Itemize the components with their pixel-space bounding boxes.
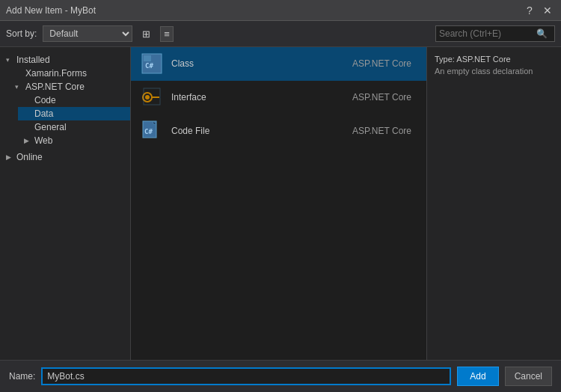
dialog-title: Add New Item - MyBot [6,5,96,16]
sidebar-item-aspnetcore[interactable]: ▾ ASP.NET Core [9,80,130,94]
filename-input[interactable] [41,367,451,385]
arrow-aspnetcore: ▾ [15,83,24,91]
sidebar-item-label: Installed [16,55,50,65]
class-icon-svg: C# [141,53,162,74]
arrow-online: ▶ [6,153,15,161]
content-area: ▾ Installed Xamarin.Forms ▾ ASP.NET Core… [0,47,561,360]
codefile-name: Code File [171,126,352,136]
sidebar-item-label: Online [16,152,43,162]
sidebar-item-data[interactable]: Data [18,107,130,120]
sidebar-item-web[interactable]: ▶ Web [18,134,130,147]
sidebar-item-label: Code [34,95,56,105]
sidebar-item-code[interactable]: Code [18,94,130,107]
view-list-button[interactable]: ≡ [160,26,174,42]
list-item-interface[interactable]: Interface ASP.NET Core [131,81,426,114]
close-button[interactable]: ✕ [540,3,555,18]
help-button[interactable]: ? [522,3,537,18]
interface-category: ASP.NET Core [352,92,411,102]
sidebar-item-online[interactable]: ▶ Online [0,150,130,164]
codefile-icon-svg: C# [141,120,162,141]
interface-icon [140,85,164,109]
sidebar-item-label: ASP.NET Core [25,82,85,92]
search-box: 🔍 [435,25,555,42]
name-label: Name: [9,371,35,382]
toolbar: Sort by: Default ⊞ ≡ 🔍 [0,21,561,47]
list-item-class[interactable]: C# Class ASP.NET Core [131,47,426,81]
type-label: Type: [435,55,455,64]
class-icon: C# [140,52,164,76]
grid-icon: ⊞ [142,28,150,40]
info-panel: Type: ASP.NET Core An empty class declar… [426,47,561,360]
sidebar-item-label: Xamarin.Forms [25,68,87,79]
sidebar-item-xamarin[interactable]: Xamarin.Forms [9,67,130,80]
interface-name: Interface [171,92,352,102]
main-list: C# Class ASP.NET Core Interface AS [131,47,426,360]
list-item-codefile[interactable]: C# Code File ASP.NET Core [131,114,426,148]
class-name: Class [171,58,352,69]
info-type-line: Type: ASP.NET Core [435,55,554,64]
svg-point-4 [145,95,150,99]
svg-rect-1 [144,55,151,61]
view-grid-button[interactable]: ⊞ [138,26,154,42]
title-bar: Add New Item - MyBot ? ✕ [0,0,561,21]
codefile-icon: C# [140,119,164,143]
svg-text:C#: C# [144,128,153,135]
sidebar-item-installed[interactable]: ▾ Installed [0,53,130,67]
type-value: ASP.NET Core [456,55,510,64]
sidebar-item-label: Web [34,135,52,146]
search-input[interactable] [439,28,536,39]
svg-text:C#: C# [145,62,153,70]
info-description: An empty class declaration [435,67,554,76]
sidebar: ▾ Installed Xamarin.Forms ▾ ASP.NET Core… [0,47,131,360]
sort-dropdown[interactable]: Default [43,25,132,42]
arrow-installed: ▾ [6,56,15,64]
search-icon-button[interactable]: 🔍 [536,28,548,39]
add-button[interactable]: Add [457,367,498,386]
dialog-body: Sort by: Default ⊞ ≡ 🔍 ▾ Installed [0,21,561,392]
codefile-category: ASP.NET Core [352,126,411,136]
title-bar-buttons: ? ✕ [522,3,555,18]
sidebar-item-label: General [34,122,67,132]
sidebar-item-label: Data [34,108,53,119]
search-icon: 🔍 [536,28,548,39]
arrow-web: ▶ [24,137,33,144]
bottom-bar: Name: Add Cancel [0,360,561,392]
list-icon: ≡ [164,28,170,40]
sort-label: Sort by: [6,28,37,39]
sidebar-item-general[interactable]: General [18,120,130,134]
class-category: ASP.NET Core [352,58,411,69]
cancel-button[interactable]: Cancel [505,367,552,386]
interface-icon-svg [141,87,162,108]
